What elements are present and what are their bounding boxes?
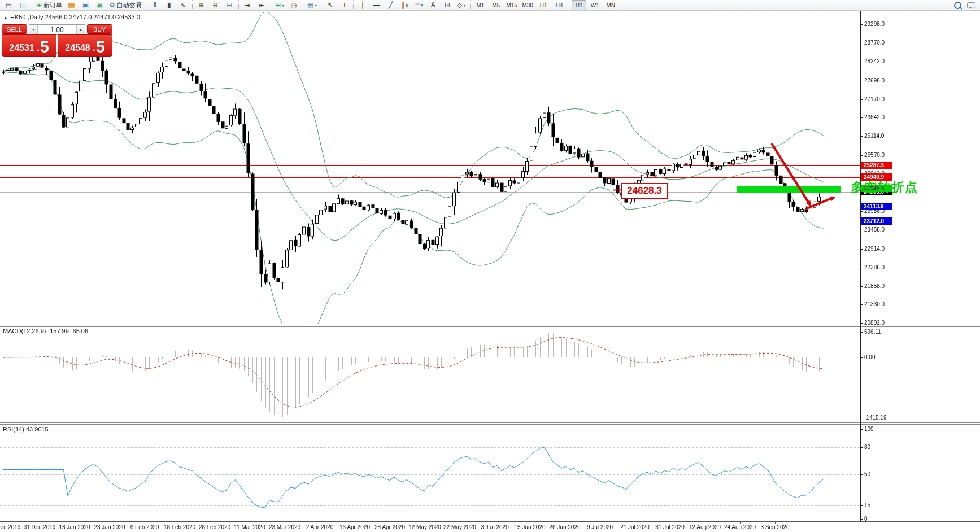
volume-stepper: ▼ ▲ (29, 24, 85, 35)
periods-icon[interactable]: ◷ (288, 0, 300, 10)
rsi-tick-label: 0 (864, 516, 868, 522)
timeframe-group: M1M5M15M30H1H4 (470, 0, 569, 10)
trendline-icon: ╱ (389, 2, 393, 8)
sell-price-panel[interactable]: 24531 .5 (2, 34, 56, 57)
shapes-icon-dropdown[interactable]: ▾ (463, 3, 465, 8)
search-icon[interactable] (954, 2, 961, 9)
date-label: 31 Dec 2019 (24, 524, 56, 530)
horizontal-line-icon[interactable]: — (370, 0, 383, 10)
templates-icon-dropdown[interactable]: ▾ (315, 3, 317, 8)
price-tick-label: 20802.0 (864, 320, 885, 326)
bar-chart-icon[interactable]: ‖ (149, 0, 162, 10)
chart-shift-icon[interactable]: ⇤ (255, 0, 268, 10)
volume-down-button[interactable]: ▼ (29, 25, 38, 34)
macd-tick-label: 0.00 (864, 354, 875, 360)
channel-icon-sub: E (406, 3, 408, 7)
price-tick-label: 21330.0 (864, 301, 885, 307)
macd-main-value: -157.99 (47, 328, 68, 334)
vertical-line-icon[interactable]: ∣ (356, 0, 369, 10)
chat-icon[interactable] (967, 2, 975, 8)
autotrading-button[interactable]: ⚙自动交易 (107, 0, 143, 10)
text-icon[interactable]: A (426, 0, 439, 10)
charts-list-icon[interactable]: ▤ (2, 0, 15, 10)
tile-windows-icon[interactable]: ⊟ (223, 0, 236, 10)
indicators-icon-dropdown[interactable]: ▾ (282, 3, 284, 8)
date-label: 6 Feb 2020 (130, 524, 159, 530)
terminal-icon: ▣ (82, 2, 89, 8)
date-label: 13 Jan 2020 (59, 524, 90, 530)
sell-button[interactable]: SELL (2, 24, 27, 34)
buy-price-panel[interactable]: 24548 .5 (58, 34, 112, 57)
trendline-icon[interactable]: ╱ (384, 0, 397, 10)
rsi-tick-label: 80 (864, 444, 870, 450)
horizontal-line-icon: — (373, 2, 380, 8)
date-label: 23 Mar 2020 (269, 524, 300, 530)
zoom-out-icon[interactable]: ⊖ (209, 0, 222, 10)
price-tick-label: 23458.0 (864, 226, 885, 233)
data-window-icon[interactable]: ◫ (16, 0, 29, 10)
timeframe-m30[interactable]: M30 (520, 0, 535, 10)
buy-button[interactable]: BUY (87, 24, 112, 34)
autoscroll-icon[interactable]: ⇥ (241, 0, 254, 10)
timeframe-d1[interactable]: D1 (572, 0, 586, 10)
crosshair-icon[interactable]: + (338, 0, 351, 10)
date-label: 28 Feb 2020 (199, 524, 230, 530)
price-tick-label: 22386.0 (864, 264, 885, 271)
indicators-icon: ⊞ (275, 2, 281, 8)
toolbar-group: ↖+ (321, 0, 353, 10)
timeframe-mn[interactable]: MN (603, 0, 618, 10)
price-tick-label: 26114.0 (864, 133, 884, 139)
shapes-icon[interactable]: ◇▾ (455, 0, 468, 10)
date-label: 11 Mar 2020 (234, 524, 265, 530)
chart-canvas[interactable] (0, 10, 980, 532)
collapse-panel-icon[interactable]: ▲ (3, 15, 8, 20)
rsi-tick-label: 100 (864, 426, 874, 432)
styler-icon[interactable] (65, 0, 78, 10)
templates-icon[interactable]: ▦▾ (306, 0, 319, 10)
fibonacci-icon-sub: F (421, 3, 423, 7)
volume-up-button[interactable]: ▲ (76, 25, 85, 34)
timeframe-h4[interactable]: H4 (552, 0, 567, 10)
sell-price: 24531 . (9, 41, 39, 55)
fibonacci-icon[interactable]: ≣F (412, 0, 425, 10)
timeframe-m1[interactable]: M1 (473, 0, 487, 10)
channel-icon: ∥ (402, 2, 405, 8)
line-chart-icon[interactable]: ∿ (177, 0, 190, 10)
timeframe-m15[interactable]: M15 (504, 0, 519, 10)
rsi-tick-label: 50 (864, 471, 870, 477)
price-level-badge[interactable]: 24113.9 (861, 203, 892, 210)
alerts-icon[interactable]: ◉ (93, 0, 106, 10)
date-label: 22 May 2020 (443, 524, 476, 530)
one-click-trading-panel: SELL ▼ ▲ BUY 24531 .5 24548 .5 (2, 24, 112, 57)
terminal-icon[interactable]: ▣ (79, 0, 92, 10)
chart-shift-icon: ⇤ (259, 2, 264, 8)
timeframe-m5[interactable]: M5 (489, 0, 503, 10)
cursor-icon[interactable]: ↖ (324, 0, 337, 10)
volume-input[interactable] (38, 25, 76, 34)
price-level-badge[interactable]: 25287.5 (861, 162, 892, 169)
timeframe-group: D1W1MN (569, 0, 620, 10)
date-label: 17 Dec 2019 (0, 524, 20, 530)
timeframe-w1[interactable]: W1 (587, 0, 602, 10)
zoom-in-icon: ⊕ (198, 2, 204, 8)
timeframe-h1[interactable]: H1 (536, 0, 551, 10)
date-label: 31 Jul 2020 (655, 524, 685, 530)
indicators-icon[interactable]: ⊞▾ (273, 0, 286, 10)
shapes-icon: ◇ (457, 2, 462, 8)
price-level-badge[interactable]: 23712.0 (861, 217, 892, 225)
pivot-annotation-text[interactable]: 多空转折点 (851, 179, 918, 196)
candlestick-icon[interactable]: ▮ (163, 0, 176, 10)
channel-icon[interactable]: ∥E (398, 0, 411, 10)
label-icon[interactable]: ⊡ (441, 0, 454, 10)
label-icon: ⊡ (445, 2, 450, 8)
date-label: 28 Apr 2020 (374, 524, 405, 530)
fibonacci-icon: ≣ (415, 2, 420, 8)
mt4-window: ▤◫⊞新订单▣◉⚙自动交易‖▮∿⊕⊖⊟⇥⇤⊞▾◷▦▾↖+∣—╱∥E≣FA⊡◇▾M… (0, 0, 980, 532)
new-order-button[interactable]: ⊞新订单 (34, 0, 64, 10)
zoom-in-icon[interactable]: ⊕ (195, 0, 208, 10)
price-tick-label: 21858.0 (864, 283, 885, 289)
text-icon: A (431, 2, 435, 8)
price-callout-box[interactable]: 24628.3 (621, 183, 668, 199)
styler-icon (68, 3, 75, 8)
new-order-button-label: 新订单 (43, 1, 62, 10)
